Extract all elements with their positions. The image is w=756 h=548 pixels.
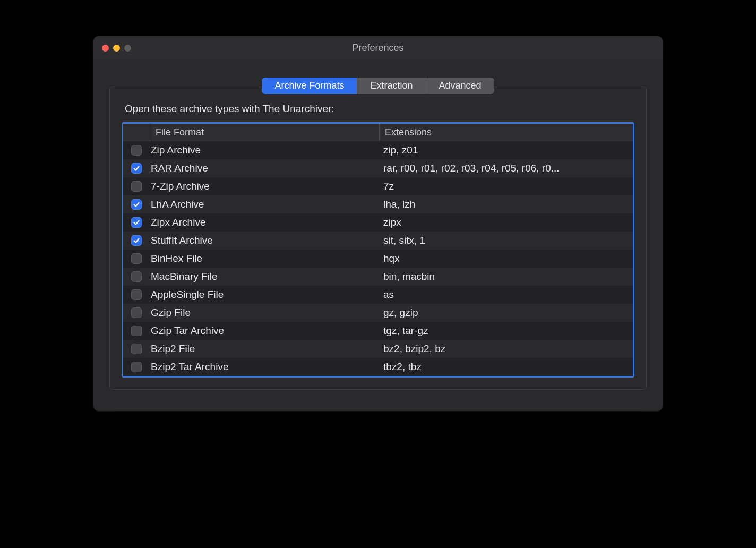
cell-format: Bzip2 Tar Archive bbox=[150, 361, 379, 373]
cell-extensions: lha, lzh bbox=[379, 199, 633, 210]
cell-format: Zipx Archive bbox=[150, 217, 379, 228]
titlebar: Preferences bbox=[93, 36, 663, 59]
cell-checkbox bbox=[123, 307, 150, 318]
content: Archive FormatsExtractionAdvanced Open t… bbox=[93, 59, 663, 411]
table-row[interactable]: BinHex Filehqx bbox=[123, 250, 633, 268]
cell-extensions: sit, sitx, 1 bbox=[379, 235, 633, 246]
cell-extensions: zip, z01 bbox=[379, 144, 633, 156]
group-label: Open these archive types with The Unarch… bbox=[125, 103, 634, 115]
cell-format: Bzip2 File bbox=[150, 343, 379, 355]
cell-checkbox bbox=[123, 163, 150, 174]
table-header: File Format Extensions bbox=[123, 124, 633, 141]
format-checkbox[interactable] bbox=[131, 145, 142, 156]
cell-checkbox bbox=[123, 199, 150, 210]
cell-format: AppleSingle File bbox=[150, 289, 379, 301]
table-row[interactable]: Zip Archivezip, z01 bbox=[123, 141, 633, 159]
cell-checkbox bbox=[123, 181, 150, 192]
column-header-extensions[interactable]: Extensions bbox=[379, 124, 633, 141]
column-header-checkbox[interactable] bbox=[123, 124, 150, 141]
format-checkbox[interactable] bbox=[131, 289, 142, 300]
format-checkbox[interactable] bbox=[131, 199, 142, 210]
cell-format: Gzip File bbox=[150, 307, 379, 319]
tabs: Archive FormatsExtractionAdvanced bbox=[262, 78, 494, 94]
cell-format: StuffIt Archive bbox=[150, 235, 379, 246]
table-row[interactable]: AppleSingle Fileas bbox=[123, 286, 633, 304]
tab-archive-formats[interactable]: Archive Formats bbox=[262, 78, 357, 94]
format-checkbox[interactable] bbox=[131, 235, 142, 246]
cell-extensions: zipx bbox=[379, 217, 633, 228]
format-checkbox[interactable] bbox=[131, 217, 142, 228]
format-checkbox[interactable] bbox=[131, 163, 142, 174]
tab-extraction[interactable]: Extraction bbox=[357, 78, 426, 94]
cell-checkbox bbox=[123, 362, 150, 372]
table-row[interactable]: Gzip Filegz, gzip bbox=[123, 304, 633, 322]
table-row[interactable]: RAR Archiverar, r00, r01, r02, r03, r04,… bbox=[123, 159, 633, 177]
cell-extensions: gz, gzip bbox=[379, 307, 633, 319]
tab-advanced[interactable]: Advanced bbox=[426, 78, 494, 94]
cell-extensions: rar, r00, r01, r02, r03, r04, r05, r06, … bbox=[379, 162, 633, 174]
cell-extensions: bz2, bzip2, bz bbox=[379, 343, 633, 355]
cell-format: RAR Archive bbox=[150, 162, 379, 174]
table-row[interactable]: StuffIt Archivesit, sitx, 1 bbox=[123, 232, 633, 250]
format-checkbox[interactable] bbox=[131, 362, 142, 372]
cell-extensions: tbz2, tbz bbox=[379, 361, 633, 373]
cell-extensions: tgz, tar-gz bbox=[379, 325, 633, 337]
table-row[interactable]: MacBinary Filebin, macbin bbox=[123, 268, 633, 286]
cell-format: Zip Archive bbox=[150, 144, 379, 156]
window-title: Preferences bbox=[93, 42, 663, 54]
format-checkbox[interactable] bbox=[131, 181, 142, 192]
cell-format: MacBinary File bbox=[150, 271, 379, 282]
window-zoom-button[interactable] bbox=[124, 45, 131, 52]
archive-formats-group: Open these archive types with The Unarch… bbox=[109, 87, 647, 390]
table-row[interactable]: Bzip2 Tar Archivetbz2, tbz bbox=[123, 358, 633, 376]
table-row[interactable]: Gzip Tar Archivetgz, tar-gz bbox=[123, 322, 633, 340]
format-checkbox[interactable] bbox=[131, 307, 142, 318]
table-row[interactable]: Zipx Archivezipx bbox=[123, 213, 633, 232]
cell-extensions: bin, macbin bbox=[379, 271, 633, 282]
format-checkbox[interactable] bbox=[131, 253, 142, 264]
cell-checkbox bbox=[123, 344, 150, 354]
formats-table[interactable]: File Format Extensions Zip Archivezip, z… bbox=[122, 122, 634, 378]
format-checkbox[interactable] bbox=[131, 344, 142, 354]
cell-format: Gzip Tar Archive bbox=[150, 325, 379, 337]
table-row[interactable]: 7-Zip Archive7z bbox=[123, 177, 633, 195]
cell-format: BinHex File bbox=[150, 253, 379, 264]
cell-checkbox bbox=[123, 271, 150, 282]
cell-checkbox bbox=[123, 145, 150, 156]
cell-checkbox bbox=[123, 326, 150, 336]
table-row[interactable]: LhA Archivelha, lzh bbox=[123, 195, 633, 213]
cell-checkbox bbox=[123, 253, 150, 264]
traffic-lights bbox=[93, 45, 131, 52]
cell-extensions: 7z bbox=[379, 181, 633, 192]
window-close-button[interactable] bbox=[102, 45, 109, 52]
table-body: Zip Archivezip, z01RAR Archiverar, r00, … bbox=[123, 141, 633, 376]
preferences-window: Preferences Archive FormatsExtractionAdv… bbox=[93, 36, 663, 411]
cell-checkbox bbox=[123, 235, 150, 246]
cell-checkbox bbox=[123, 289, 150, 300]
table-row[interactable]: Bzip2 Filebz2, bzip2, bz bbox=[123, 340, 633, 358]
cell-format: 7-Zip Archive bbox=[150, 181, 379, 192]
cell-extensions: as bbox=[379, 289, 633, 301]
cell-format: LhA Archive bbox=[150, 199, 379, 210]
cell-checkbox bbox=[123, 217, 150, 228]
format-checkbox[interactable] bbox=[131, 271, 142, 282]
cell-extensions: hqx bbox=[379, 253, 633, 264]
column-header-format[interactable]: File Format bbox=[150, 124, 379, 141]
format-checkbox[interactable] bbox=[131, 326, 142, 336]
window-minimize-button[interactable] bbox=[113, 45, 120, 52]
